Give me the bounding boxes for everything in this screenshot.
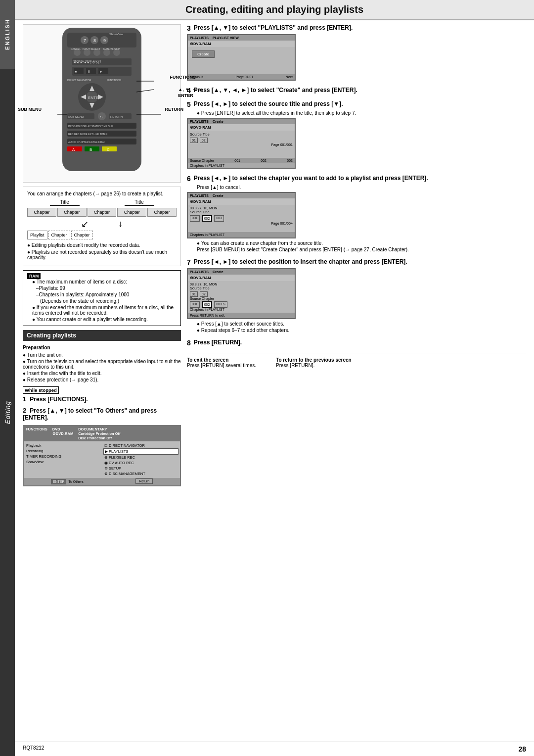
remote-svg: 7 8 9 ShowView CANCEL bbox=[55, 28, 149, 176]
step-8: 8 Press [RETURN]. bbox=[187, 339, 526, 347]
playlist-chapter-2: Chapter bbox=[71, 231, 93, 239]
s6-ch001: 001 bbox=[190, 215, 200, 222]
s6-page: Page 001/00+ bbox=[190, 222, 293, 225]
step-5-text: Press [◄, ►] to select the source title … bbox=[194, 100, 343, 108]
s7-ch02: 02 bbox=[200, 291, 208, 297]
ram-info-box: RAM ● The maximum number of items on a d… bbox=[23, 270, 181, 326]
s7-return-exit: Press RETURN to exit. bbox=[190, 314, 225, 317]
chapter-row: Chapter Chapter Chapter Chapter Chapter bbox=[27, 208, 177, 217]
s6-hdr-2: Create bbox=[213, 194, 223, 197]
step-7-extra-2: ● Repeat steps 6–7 to add other chapters… bbox=[197, 328, 526, 333]
s6-dvd-ram: ⊘DVD-RAM bbox=[188, 198, 295, 205]
s7-chaps-playlist: Chapters in PLAYLIST bbox=[190, 308, 293, 311]
fscreen-col1: FUNCTIONS bbox=[26, 427, 47, 440]
s3-create-btn: Create bbox=[192, 50, 215, 58]
right-section: 3 Press [▲, ▼] to select "PLAYLISTS" and… bbox=[187, 24, 526, 738]
svg-text:B: B bbox=[89, 147, 92, 152]
step-6-number: 6 bbox=[187, 175, 191, 183]
s7-hdr-2: Create bbox=[213, 270, 223, 274]
svg-text:A: A bbox=[72, 147, 75, 152]
func-flexible: ⊕ FLEXIBLE REC bbox=[103, 455, 178, 460]
s6-hdr-1: PLAYLISTS bbox=[190, 194, 209, 197]
s7-dvd-ram: ⊘DVD-RAM bbox=[188, 275, 295, 281]
footer-enter-area: ENTER To Others bbox=[51, 479, 84, 484]
s7-001: 001 bbox=[190, 301, 200, 308]
return-label: RETURN bbox=[165, 107, 184, 112]
svg-text:►: ► bbox=[99, 70, 103, 73]
right-col-funcs: ⊡ DIRECT NAVIGATOR ▶ PLAYLISTS ⊕ FLEXIBL… bbox=[102, 441, 180, 478]
s3-hdr-1: PLAYLISTS bbox=[190, 36, 209, 40]
step-1-number: 1 bbox=[23, 395, 26, 403]
s5-hdr-2: Create bbox=[213, 120, 223, 123]
diagram-bullets: ● Editing playlists doesn't modify the r… bbox=[27, 242, 177, 260]
return-btn-label[interactable]: Return bbox=[135, 478, 153, 484]
page-header: Creating, editing and playing playlists bbox=[15, 0, 534, 20]
left-col-funcs: Playback Recording TIMER RECORDING ShowV… bbox=[24, 441, 102, 478]
prep-bullet-2: ● Turn on the television and select the … bbox=[23, 359, 181, 370]
func-showview: ShowView bbox=[25, 459, 100, 465]
editing-tab: Editing bbox=[0, 69, 15, 756]
chapter-box-4: Chapter bbox=[117, 208, 146, 217]
arrows-label: ▲, ▼, ◄, ►ENTER bbox=[178, 87, 203, 98]
page-footer: RQT8212 28 bbox=[15, 742, 534, 756]
svg-text:INPUT SELECT: INPUT SELECT bbox=[83, 47, 100, 50]
step-6: 6 Press [◄, ►] to select the chapter you… bbox=[187, 175, 526, 252]
step-5-bullet: ● Press [ENTER] to select all the chapte… bbox=[197, 110, 526, 116]
s5-ch01: 01 bbox=[190, 138, 198, 143]
footer-return-btn[interactable]: Return bbox=[135, 479, 153, 484]
ram-bullet-1: ● The maximum number of items on a disc: bbox=[32, 279, 177, 284]
s6-ch003: 003 bbox=[214, 215, 224, 222]
step-1-text: Press [FUNCTIONS]. bbox=[30, 396, 88, 403]
svg-text:SUB MENU: SUB MENU bbox=[68, 115, 84, 118]
playlist-chapter-1: Chapter bbox=[48, 231, 70, 239]
svg-text:7: 7 bbox=[84, 38, 86, 43]
english-tab: ENGLISH bbox=[0, 0, 15, 69]
s7-002: 002 bbox=[202, 301, 213, 308]
step-7: 7 Press [◄, ►] to select the position to… bbox=[187, 258, 526, 333]
step-7-number: 7 bbox=[187, 258, 191, 266]
ram-bullet-3: –Chapters in playlists: Approximately 10… bbox=[36, 292, 177, 297]
side-labels: ENGLISH Editing bbox=[0, 0, 15, 756]
step-8-text: Press [RETURN]. bbox=[194, 339, 242, 347]
s3-next: Next bbox=[286, 75, 293, 79]
s5-page: Page 001/001 bbox=[190, 143, 293, 146]
s3-create-area: Create bbox=[190, 48, 293, 60]
s3-page: Page 01/01 bbox=[236, 75, 254, 79]
step-7-screen-ftr: Press RETURN to exit. bbox=[188, 313, 295, 318]
chapter-box-1: Chapter bbox=[27, 208, 56, 217]
step-6-text: Press [◄, ►] to select the chapter you w… bbox=[194, 175, 428, 183]
ram-bullets: ● The maximum number of items on a disc:… bbox=[32, 279, 177, 322]
prep-bullet-1: ● Turn the unit on. bbox=[23, 352, 181, 358]
ram-bullet-4: (Depends on the state of recording.) bbox=[40, 298, 177, 304]
step-6-extra-1: ● You can also create a new chapter from… bbox=[197, 240, 526, 246]
s6-chaps-in: Chapters in PLAYLIST bbox=[190, 233, 224, 236]
svg-text:ShowView: ShowView bbox=[109, 33, 124, 36]
step-3-screen-body: Create bbox=[188, 47, 295, 74]
step-5-header: 5 Press [◄, ►] to select the source titl… bbox=[187, 100, 526, 108]
step-6-extra-2: Press [SUB MENU] to select "Create Chapt… bbox=[197, 247, 526, 252]
exit-text: Press [RETURN] several times. bbox=[187, 363, 256, 368]
s6-ch002: 002 bbox=[202, 215, 213, 222]
diagram-bullet-2: ● Playlists are not recorded separately … bbox=[27, 249, 177, 260]
sub-menu-label: SUB MENU bbox=[18, 107, 42, 112]
diagram-bullet-1: ● Editing playlists doesn't modify the r… bbox=[27, 242, 177, 248]
s5-chapters-playlist: Chapters in PLAYLIST bbox=[188, 163, 295, 168]
section-divider bbox=[187, 353, 526, 353]
step-5-screen-hdr: PLAYLISTS Create bbox=[188, 119, 295, 124]
model-number: RQT8212 bbox=[23, 745, 44, 753]
step-6-cancel: Press [▲] to cancel. bbox=[197, 185, 526, 190]
chapter-box-3: Chapter bbox=[88, 208, 117, 217]
step-7-screen: PLAYLISTS Create ⊘DVD-RAM 08.8.27, 10, M… bbox=[187, 268, 296, 319]
step-5-screen-ftr: Source Chapter 001 002 003 bbox=[188, 158, 295, 163]
step-1: While stopped 1 Press [FUNCTIONS]. bbox=[23, 386, 181, 403]
s5-dvd-ram: ⊘DVD-RAM bbox=[188, 124, 295, 131]
prep-bullet-3: ● Insert the disc with the title to edit… bbox=[23, 371, 181, 376]
content-area: Creating, editing and playing playlists bbox=[15, 0, 534, 756]
ram-tag: RAM bbox=[27, 273, 41, 279]
diagram-note: You can arrange the chapters (→ page 26)… bbox=[27, 191, 177, 196]
ram-bullet-5: ● If you exceed the maximum numbers of i… bbox=[32, 305, 177, 316]
svg-text:CANCEL: CANCEL bbox=[71, 47, 81, 50]
footer-notes: To exit the screen Press [RETURN] severa… bbox=[187, 357, 526, 368]
svg-text:ENTER: ENTER bbox=[88, 95, 101, 100]
step-3-number: 3 bbox=[187, 24, 191, 32]
